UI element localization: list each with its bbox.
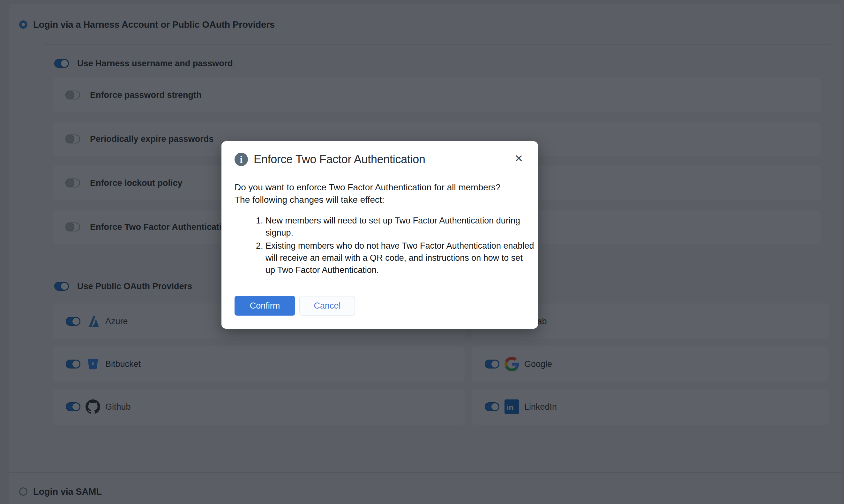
dialog-body: Do you want to enforce Two Factor Authen… xyxy=(235,181,534,277)
cancel-button[interactable]: Cancel xyxy=(299,296,355,316)
confirm-button[interactable]: Confirm xyxy=(235,296,295,316)
close-icon[interactable]: ✕ xyxy=(512,151,526,165)
dialog-effects-list: New members will need to set up Two Fact… xyxy=(235,215,534,276)
dialog-question-line1: Do you want to enforce Two Factor Authen… xyxy=(235,181,534,194)
dialog-question-line2: The following changes will take effect: xyxy=(235,194,534,206)
dialog-effect-item: New members will need to set up Two Fact… xyxy=(265,215,534,239)
authentication-settings-page: Login via a Harness Account or Public OA… xyxy=(0,0,844,504)
dialog-title: Enforce Two Factor Authentication xyxy=(254,153,425,166)
dialog-header: i Enforce Two Factor Authentication xyxy=(235,153,425,166)
dialog-effect-item: Existing members who do not have Two Fac… xyxy=(265,240,534,276)
info-icon: i xyxy=(235,153,248,166)
two-factor-confirm-dialog: i Enforce Two Factor Authentication ✕ Do… xyxy=(221,141,538,329)
